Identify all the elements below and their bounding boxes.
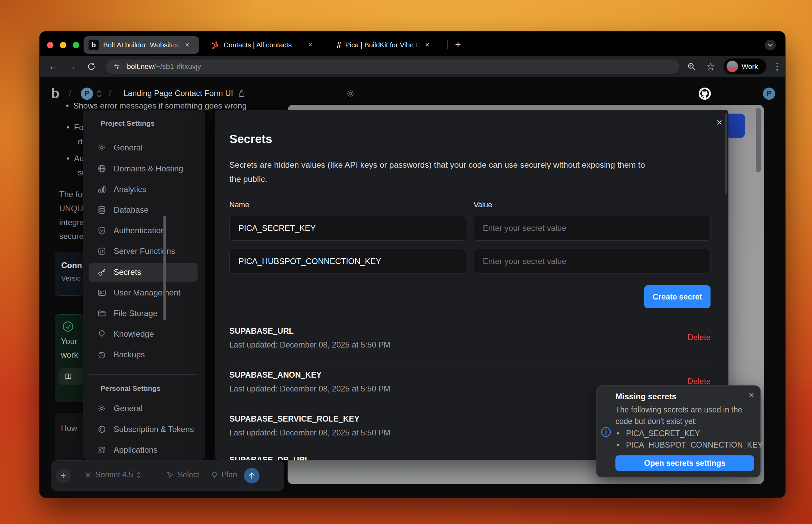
- url-path: /~/sb1-rfkxuvjy: [154, 63, 201, 71]
- bolt-logo[interactable]: b: [51, 77, 59, 110]
- modal-close-icon[interactable]: ×: [716, 117, 722, 128]
- sidebar-item-personal-general[interactable]: General: [89, 399, 197, 418]
- user-avatar[interactable]: P: [763, 77, 775, 110]
- create-secret-button[interactable]: Create secret: [644, 285, 711, 308]
- modal-scrollbar-thumb[interactable]: [725, 113, 727, 194]
- arrow-up-icon: [248, 472, 255, 480]
- folder-icon: [97, 309, 106, 318]
- info-icon: [600, 426, 612, 438]
- chat-text-fragment: integra: [59, 218, 84, 227]
- shield-check-icon: [97, 226, 106, 235]
- project-settings-header: Project Settings: [100, 119, 155, 128]
- database-icon: [97, 206, 106, 214]
- delete-button[interactable]: Delete: [687, 333, 711, 342]
- lightbulb-icon: [97, 330, 106, 339]
- chat-text-fragment: Conn: [61, 261, 82, 270]
- tab-close-icon[interactable]: ×: [425, 40, 429, 49]
- plan-tool[interactable]: Plan: [211, 470, 237, 479]
- select-label: Select: [178, 470, 199, 479]
- traffic-close-button[interactable]: [47, 42, 53, 48]
- sidebar-item-label: Applications: [114, 445, 157, 455]
- delete-button[interactable]: Delete: [687, 377, 711, 386]
- sidebar-item-server-functions[interactable]: Server Functions: [89, 242, 197, 261]
- prompt-card: [55, 413, 84, 460]
- sidebar-scrollbar-thumb[interactable]: [163, 216, 166, 321]
- sidebar-item-applications[interactable]: Applications: [89, 441, 197, 459]
- tab-search-button[interactable]: [765, 39, 776, 50]
- key-icon: [97, 268, 106, 277]
- tab-bolt[interactable]: b Bolt AI builder: Websites, app ×: [83, 36, 199, 54]
- connect-card: [55, 252, 84, 296]
- secret-value-input[interactable]: [474, 216, 711, 241]
- github-icon: [698, 87, 712, 100]
- reload-button[interactable]: [87, 56, 96, 77]
- sidebar-item-label: Subscription & Tokens: [114, 425, 194, 434]
- tab-close-icon[interactable]: ×: [185, 40, 189, 49]
- value-label: Value: [474, 200, 492, 209]
- secret-value-input[interactable]: [474, 249, 711, 274]
- sidebar-item-label: Backups: [114, 350, 145, 359]
- bookmark-star-icon[interactable]: ☆: [706, 56, 715, 77]
- open-secrets-settings-button[interactable]: Open secrets settings: [616, 455, 754, 471]
- send-button[interactable]: [244, 468, 259, 484]
- profile-chip[interactable]: Work: [724, 59, 766, 75]
- sidebar-item-subscription[interactable]: Subscription & Tokens: [89, 420, 197, 439]
- tab-title: Pica | BuildKit for Vibe Coding: [345, 41, 421, 49]
- sidebar-item-authentication[interactable]: Authentication: [89, 221, 197, 240]
- zoom-icon[interactable]: [687, 56, 696, 77]
- lock-icon: [238, 89, 245, 98]
- select-chevrons-icon: [136, 471, 141, 479]
- tab-pica[interactable]: # Pica | BuildKit for Vibe Coding ×: [331, 36, 442, 54]
- preview-scrollbar-thumb[interactable]: [756, 108, 761, 173]
- sidebar-item-domains[interactable]: Domains & Hosting: [89, 159, 197, 178]
- traffic-minimize-button[interactable]: [60, 42, 66, 48]
- chat-text-fragment: securel: [59, 232, 85, 241]
- spark-icon: [84, 471, 92, 479]
- browser-menu-icon[interactable]: ⋮: [773, 56, 782, 77]
- sidebar-item-label: General: [114, 404, 142, 413]
- chat-input-bar[interactable]: + Sonnet 4.5 Select Plan: [51, 460, 284, 491]
- back-button[interactable]: ←: [48, 56, 58, 77]
- sidebar-item-analytics[interactable]: Analytics: [89, 180, 197, 199]
- forward-button[interactable]: →: [67, 56, 77, 77]
- site-settings-icon[interactable]: [113, 63, 121, 71]
- sidebar-item-general[interactable]: General: [89, 138, 197, 157]
- secret-name-input[interactable]: [229, 216, 466, 241]
- secret-name-input[interactable]: [229, 249, 466, 274]
- secret-updated: Last updated: December 08, 2025 at 5:50 …: [229, 384, 391, 393]
- tab-close-icon[interactable]: ×: [308, 40, 313, 49]
- model-label: Sonnet 4.5: [95, 470, 133, 479]
- model-selector[interactable]: Sonnet 4.5: [84, 470, 141, 479]
- toast-missing-item: • PICA_SECRET_KEY: [617, 429, 700, 438]
- chat-text-fragment: The for: [59, 190, 85, 199]
- sidebar-item-label: User Management: [114, 288, 180, 297]
- new-tab-button[interactable]: +: [455, 39, 461, 50]
- sidebar-item-file-storage[interactable]: File Storage: [89, 304, 197, 323]
- browser-window: b Bolt AI builder: Websites, app × Conta…: [39, 31, 785, 498]
- toast-body-line: code but don't exist yet:: [616, 417, 697, 426]
- select-tool[interactable]: Select: [166, 470, 199, 479]
- preview-blue-button: [726, 114, 745, 138]
- profile-label: Work: [742, 63, 758, 71]
- cursor-icon: [166, 471, 174, 479]
- id-card-icon: [97, 288, 106, 297]
- toast-close-icon[interactable]: ×: [749, 390, 754, 400]
- book-icon: [64, 372, 73, 381]
- attach-button[interactable]: +: [56, 468, 71, 483]
- sidebar-item-knowledge[interactable]: Knowledge: [89, 325, 197, 343]
- sidebar-item-secrets[interactable]: Secrets: [89, 263, 197, 282]
- server-functions-icon: [97, 247, 106, 256]
- address-bar[interactable]: bolt.new /~/sb1-rfkxuvjy: [106, 60, 679, 74]
- toast-title: Missing secrets: [616, 392, 676, 401]
- browser-toolbar: ← → bolt.new /~/sb1-rfkxuvjy ☆: [39, 56, 785, 78]
- sidebar-item-database[interactable]: Database: [89, 200, 197, 219]
- hubspot-icon: [211, 40, 220, 49]
- traffic-zoom-button[interactable]: [73, 42, 79, 48]
- sidebar-item-backups[interactable]: Backups: [89, 345, 197, 364]
- docs-button[interactable]: [59, 368, 83, 385]
- tab-contacts[interactable]: Contacts | All contacts ×: [205, 36, 320, 54]
- sidebar-item-user-management[interactable]: User Management: [89, 283, 197, 302]
- secret-name: SUPABASE_DB_URL: [229, 455, 309, 460]
- sidebar-item-label: Database: [114, 205, 148, 215]
- chat-text-fragment: • Au: [67, 154, 84, 163]
